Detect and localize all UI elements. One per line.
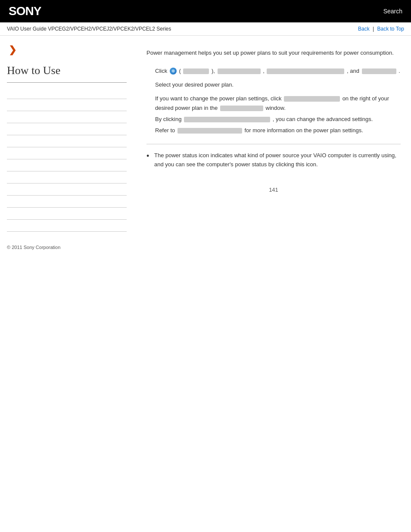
sidebar-item[interactable] — [7, 123, 127, 135]
redacted-text-5 — [284, 96, 340, 102]
step-3-block: If you want to change the power plan set… — [146, 94, 401, 135]
sidebar-arrow-icon: ❯ — [9, 44, 127, 56]
page-number: 141 — [146, 187, 401, 202]
redacted-text-7 — [184, 117, 270, 122]
redacted-text-1 — [183, 68, 209, 74]
step-1-comma: , — [263, 68, 265, 74]
bullet-item-1: • The power status icon indicates what k… — [146, 151, 401, 169]
step-4-line: By clicking , you can change the advance… — [155, 115, 401, 124]
step-5-suffix: for more information on the power plan s… — [245, 127, 363, 134]
nav-separator: | — [373, 26, 374, 32]
sidebar-item[interactable] — [7, 99, 127, 111]
sidebar-item[interactable] — [7, 171, 127, 184]
sidebar-divider-top — [7, 82, 127, 83]
sidebar-section-title: How to Use — [7, 64, 127, 77]
sidebar-item[interactable] — [7, 135, 127, 147]
back-to-top-link[interactable]: Back to Top — [377, 26, 404, 32]
step-1-and: , and — [347, 68, 359, 74]
copyright: © 2011 Sony Corporation — [7, 245, 127, 250]
redacted-text-2 — [218, 68, 261, 74]
bullet-text-1: The power status icon indicates what kin… — [154, 151, 401, 169]
redacted-text-6 — [220, 106, 263, 111]
step-2-line: Select your desired power plan. — [155, 80, 401, 90]
page-header: SONY Search — [0, 0, 411, 22]
sidebar-item[interactable] — [7, 147, 127, 159]
main-layout: ❯ How to Use © 2011 Sony Corporation Pow… — [0, 36, 411, 258]
step-1-period: . — [399, 68, 400, 74]
redacted-text-8 — [177, 128, 242, 134]
bullet-dot: • — [146, 151, 154, 161]
step-5-prefix: Refer to — [155, 127, 175, 134]
step-1-paren-close: ), — [212, 68, 215, 74]
step-3-line: If you want to change the power plan set… — [155, 94, 401, 113]
bullet-section: • The power status icon indicates what k… — [146, 144, 401, 169]
content-intro: Power management helps you set up power … — [146, 49, 401, 58]
step-5-line: Refer to for more information on the pow… — [155, 126, 401, 135]
sidebar-item[interactable] — [7, 159, 127, 171]
step-1-click-label: Click — [155, 68, 167, 74]
sidebar-item[interactable] — [7, 87, 127, 99]
sony-logo: SONY — [9, 4, 41, 18]
step-4-suffix: , you can change the advanced settings. — [273, 116, 373, 122]
sidebar-item[interactable] — [7, 208, 127, 220]
step-2-block: Select your desired power plan. — [146, 80, 401, 90]
content-area: Power management helps you set up power … — [134, 36, 411, 258]
redacted-text-3 — [267, 68, 344, 74]
step-4-prefix: By clicking — [155, 116, 181, 122]
step-1-paren-open: ( — [179, 68, 181, 74]
back-link[interactable]: Back — [358, 26, 370, 32]
nav-links: Back | Back to Top — [358, 26, 404, 32]
sidebar-item[interactable] — [7, 220, 127, 232]
sidebar-item[interactable] — [7, 196, 127, 208]
sidebar: ❯ How to Use © 2011 Sony Corporation — [0, 36, 134, 258]
guide-title: VAIO User Guide VPCEG2/VPCEH2/VPCEJ2/VPC… — [7, 26, 171, 32]
redacted-text-4 — [362, 68, 396, 74]
step-1-line: Click ⊕ ( ), , , and . — [155, 66, 401, 76]
step-3-suffix2: window. — [266, 105, 286, 111]
sidebar-item[interactable] — [7, 184, 127, 196]
step-3-prefix: If you want to change the power plan set… — [155, 95, 281, 102]
search-button[interactable]: Search — [383, 8, 402, 15]
sidebar-item[interactable] — [7, 111, 127, 123]
navbar: VAIO User Guide VPCEG2/VPCEH2/VPCEJ2/VPC… — [0, 22, 411, 36]
step-1-block: Click ⊕ ( ), , , and . — [146, 66, 401, 76]
windows-icon: ⊕ — [170, 68, 177, 75]
